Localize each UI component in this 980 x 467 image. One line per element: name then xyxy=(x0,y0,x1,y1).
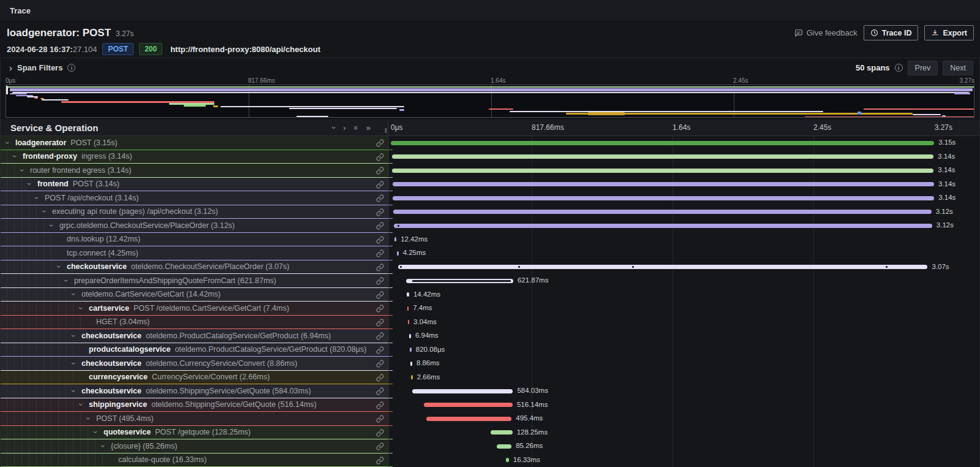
span-row[interactable]: › checkoutserviceoteldemo.CheckoutServic… xyxy=(1,260,979,275)
span-bar-cell[interactable]: 516.14ms xyxy=(388,398,979,412)
span-bar-cell[interactable]: 584.03ms xyxy=(388,384,979,398)
pane-divider[interactable] xyxy=(388,136,389,467)
span-bar[interactable] xyxy=(497,444,511,449)
span-row[interactable]: › productcatalogserviceoteldemo.ProductC… xyxy=(1,343,979,357)
chevron-down-icon[interactable]: › xyxy=(32,195,41,201)
span-row[interactable]: › router frontend egress (3.14s) 3.14s xyxy=(1,164,979,178)
chevron-down-icon[interactable]: › xyxy=(10,153,19,159)
chevron-down-icon[interactable]: › xyxy=(69,291,78,297)
span-row[interactable]: › tcp.connect (4.25ms) 4.25ms xyxy=(1,246,979,260)
pane-resize-handle[interactable]: ‖ xyxy=(385,127,387,134)
chevron-down-icon[interactable]: › xyxy=(25,181,34,187)
chevron-down-icon[interactable]: › xyxy=(3,140,12,146)
link-icon[interactable] xyxy=(376,387,384,398)
link-icon[interactable] xyxy=(376,401,384,412)
span-name-cell[interactable]: › HGET (3.04ms) xyxy=(1,316,388,330)
span-filters-toggle[interactable]: › Span Filters i xyxy=(9,63,75,72)
span-bar-cell[interactable]: 4.25ms xyxy=(388,246,979,260)
span-bar[interactable] xyxy=(392,169,933,173)
span-bar-cell[interactable]: 2.66ms xyxy=(388,371,979,385)
span-row[interactable]: › quoteservicePOST /getquote (128.25ms) … xyxy=(1,426,979,440)
link-icon[interactable] xyxy=(376,221,384,232)
span-bar[interactable] xyxy=(424,403,513,407)
span-name-cell[interactable]: › quoteservicePOST /getquote (128.25ms) xyxy=(1,426,388,440)
chevron-down-icon[interactable]: › xyxy=(18,167,26,173)
chevron-down-icon[interactable]: › xyxy=(69,388,78,394)
span-row[interactable]: › checkoutserviceoteldemo.ShippingServic… xyxy=(1,384,979,398)
span-bar[interactable] xyxy=(398,265,928,269)
span-name-cell[interactable]: › checkoutserviceoteldemo.ShippingServic… xyxy=(1,384,388,398)
link-icon[interactable] xyxy=(376,276,384,287)
link-icon[interactable] xyxy=(376,180,384,191)
span-row[interactable]: › POST /api/checkout (3.14s) 3.14s xyxy=(1,191,979,205)
collapse-all-icon[interactable]: » xyxy=(352,125,360,129)
trace-minimap[interactable] xyxy=(6,85,974,118)
span-name-cell[interactable]: › POST /api/checkout (3.14s) xyxy=(1,191,388,205)
prev-button[interactable]: Prev xyxy=(908,61,938,75)
span-name-cell[interactable]: › checkoutserviceoteldemo.CurrencyServic… xyxy=(1,357,388,371)
chevron-right-icon[interactable]: › xyxy=(9,63,12,72)
link-icon[interactable] xyxy=(376,346,384,357)
link-icon[interactable] xyxy=(376,139,384,150)
chevron-down-icon[interactable]: › xyxy=(47,222,56,229)
span-bar-cell[interactable]: 3.14s xyxy=(388,164,979,178)
span-row[interactable]: › checkoutserviceoteldemo.CurrencyServic… xyxy=(1,357,979,371)
span-row[interactable]: › calculate-quote (16.33ms) 16.33ms xyxy=(1,454,979,467)
span-row[interactable]: › frontendPOST (3.14s) 3.14s xyxy=(1,178,979,192)
collapse-one-icon[interactable]: › xyxy=(330,126,338,129)
span-name-cell[interactable]: › shippingserviceoteldemo.ShippingServic… xyxy=(1,398,388,412)
span-bar-cell[interactable]: 495.4ms xyxy=(388,412,979,426)
span-bar-cell[interactable]: 3.12s xyxy=(388,205,979,219)
chevron-down-icon[interactable]: › xyxy=(69,333,78,339)
span-bar-cell[interactable]: 3.04ms xyxy=(388,316,979,330)
span-bar-cell[interactable]: 3.14s xyxy=(388,150,979,164)
span-name-cell[interactable]: › currencyserviceCurrencyService/Convert… xyxy=(1,371,388,385)
span-bar-cell[interactable]: 128.25ms xyxy=(388,426,979,440)
span-name-cell[interactable]: › oteldemo.CartService/GetCart (14.42ms) xyxy=(1,288,388,302)
link-icon[interactable] xyxy=(376,318,384,329)
span-name-cell[interactable]: › {closure} (85.26ms) xyxy=(1,439,388,454)
span-row[interactable]: › frontend-proxyingress (3.14s) 3.14s xyxy=(1,150,979,164)
span-bar[interactable] xyxy=(410,362,412,366)
link-icon[interactable] xyxy=(376,332,384,343)
span-bar[interactable] xyxy=(412,389,513,393)
span-row[interactable]: › HGET (3.04ms) 3.04ms xyxy=(1,316,979,330)
span-row[interactable]: › {closure} (85.26ms) 85.26ms xyxy=(1,439,979,454)
chevron-down-icon[interactable]: › xyxy=(84,416,92,422)
span-row[interactable]: › POST (495.4ms) 495.4ms xyxy=(1,412,979,426)
span-bar[interactable] xyxy=(393,182,934,186)
span-name-cell[interactable]: › dns.lookup (12.42ms) xyxy=(1,233,388,247)
link-icon[interactable] xyxy=(376,290,384,302)
chevron-down-icon[interactable]: › xyxy=(99,443,107,449)
span-name-cell[interactable]: › loadgeneratorPOST (3.15s) xyxy=(1,136,388,150)
span-bar[interactable] xyxy=(392,154,933,159)
span-row[interactable]: › cartservicePOST /oteldemo.CartService/… xyxy=(1,302,979,316)
chevron-down-icon[interactable]: › xyxy=(77,305,85,311)
span-name-cell[interactable]: › calculate-quote (16.33ms) xyxy=(1,454,388,467)
span-name-cell[interactable]: › tcp.connect (4.25ms) xyxy=(1,246,388,260)
span-row[interactable]: › currencyserviceCurrencyService/Convert… xyxy=(1,371,979,385)
chevron-down-icon[interactable]: › xyxy=(69,360,78,366)
link-icon[interactable] xyxy=(376,166,384,177)
link-icon[interactable] xyxy=(376,442,384,453)
link-icon[interactable] xyxy=(376,249,384,260)
span-bar-cell[interactable]: 3.07s xyxy=(388,260,979,275)
span-row[interactable]: › oteldemo.CartService/GetCart (14.42ms)… xyxy=(1,288,979,302)
link-icon[interactable] xyxy=(376,456,384,467)
span-name-cell[interactable]: › executing api route (pages) /api/check… xyxy=(1,205,388,219)
expand-all-icon[interactable]: » xyxy=(366,124,371,132)
link-icon[interactable] xyxy=(376,373,384,384)
span-name-cell[interactable]: › checkoutserviceoteldemo.ProductCatalog… xyxy=(1,329,388,343)
span-bar[interactable] xyxy=(506,458,509,462)
chevron-down-icon[interactable]: › xyxy=(91,429,100,435)
span-bar-cell[interactable]: 3.14s xyxy=(388,178,979,192)
span-bar[interactable] xyxy=(394,237,396,241)
span-name-cell[interactable]: › POST (495.4ms) xyxy=(1,412,388,426)
span-bar-cell[interactable]: 3.15s xyxy=(388,136,979,150)
span-name-cell[interactable]: › frontendPOST (3.14s) xyxy=(1,178,388,192)
span-name-cell[interactable]: › grpc.oteldemo.CheckoutService/PlaceOrd… xyxy=(1,219,388,233)
give-feedback-link[interactable]: Give feedback xyxy=(794,28,858,37)
span-bar-cell[interactable]: 14.42ms xyxy=(388,288,979,302)
link-icon[interactable] xyxy=(376,194,384,205)
span-bar-cell[interactable]: 12.42ms xyxy=(388,233,979,247)
